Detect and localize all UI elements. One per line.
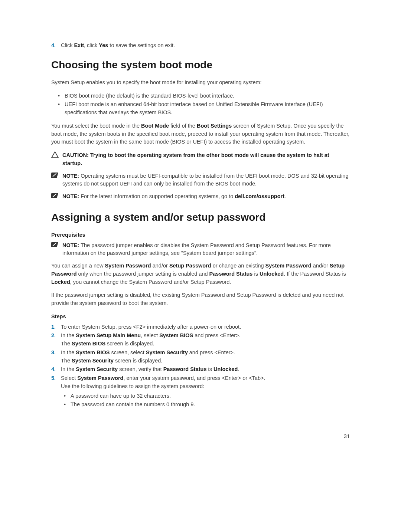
- step-number: 4.: [51, 42, 61, 50]
- intro-paragraph: System Setup enables you to specify the …: [51, 79, 350, 87]
- step-number: 1.: [51, 323, 61, 331]
- heading-password: Assigning a system and/or setup password: [51, 210, 350, 225]
- step-body: To enter System Setup, press <F2> immedi…: [61, 323, 350, 331]
- svg-point-4: [56, 194, 56, 194]
- list-item: UEFI boot mode is an enhanced 64-bit boo…: [65, 101, 350, 117]
- heading-boot-mode: Choosing the system boot mode: [51, 57, 350, 73]
- step-item: 2. In the System Setup Main Menu, select…: [51, 332, 350, 348]
- steps-list: 1. To enter System Setup, press <F2> imm…: [51, 323, 350, 411]
- note-callout: NOTE: Operating systems must be UEFI-com…: [51, 172, 350, 188]
- svg-point-6: [56, 242, 56, 243]
- caution-icon: [51, 151, 62, 168]
- note-icon: [51, 172, 62, 188]
- password-paragraph-2: If the password jumper setting is disabl…: [51, 291, 350, 308]
- step-item: 1. To enter System Setup, press <F2> imm…: [51, 323, 350, 331]
- step-item: 5. Select System Password, enter your sy…: [51, 374, 350, 410]
- step-number: 2.: [51, 332, 61, 348]
- list-item: A password can have up to 32 characters.: [71, 392, 350, 400]
- password-paragraph-1: You can assign a new System Password and…: [51, 262, 350, 286]
- step-body: Select System Password, enter your syste…: [61, 374, 350, 410]
- note-callout: NOTE: For the latest information on supp…: [51, 193, 350, 201]
- step-body: In the System BIOS screen, select System…: [61, 349, 350, 365]
- step-text: Click Exit, click Yes to save the settin…: [61, 42, 350, 50]
- page-number: 31: [344, 433, 350, 439]
- note-icon: [51, 193, 62, 201]
- note-callout: NOTE: The password jumper enables or dis…: [51, 242, 350, 258]
- boot-mode-paragraph: You must select the boot mode in the Boo…: [51, 122, 350, 146]
- boot-mode-list: BIOS boot mode (the default) is the stan…: [51, 92, 350, 117]
- step-item: 4. In the System Security screen, verify…: [51, 365, 350, 374]
- step-number: 3.: [51, 349, 61, 365]
- note-icon: [51, 242, 62, 258]
- subhead-steps: Steps: [51, 313, 350, 321]
- step-number: 4.: [51, 365, 61, 374]
- caution-callout: CAUTION: Trying to boot the operating sy…: [51, 151, 350, 168]
- password-rules: A password can have up to 32 characters.…: [61, 392, 350, 409]
- list-item: BIOS boot mode (the default) is the stan…: [65, 92, 350, 100]
- step-number: 5.: [51, 374, 61, 410]
- step-item: 3. In the System BIOS screen, select Sys…: [51, 349, 350, 365]
- list-item: The password can contain the numbers 0 t…: [71, 401, 350, 409]
- svg-marker-0: [52, 152, 58, 158]
- step-body: In the System Setup Main Menu, select Sy…: [61, 332, 350, 348]
- subhead-prerequisites: Prerequisites: [51, 231, 350, 239]
- prior-step-4: 4. Click Exit, click Yes to save the set…: [51, 42, 350, 50]
- support-link[interactable]: dell.com/ossupport: [235, 193, 284, 199]
- svg-point-2: [56, 173, 56, 174]
- step-body: In the System Security screen, verify th…: [61, 365, 350, 374]
